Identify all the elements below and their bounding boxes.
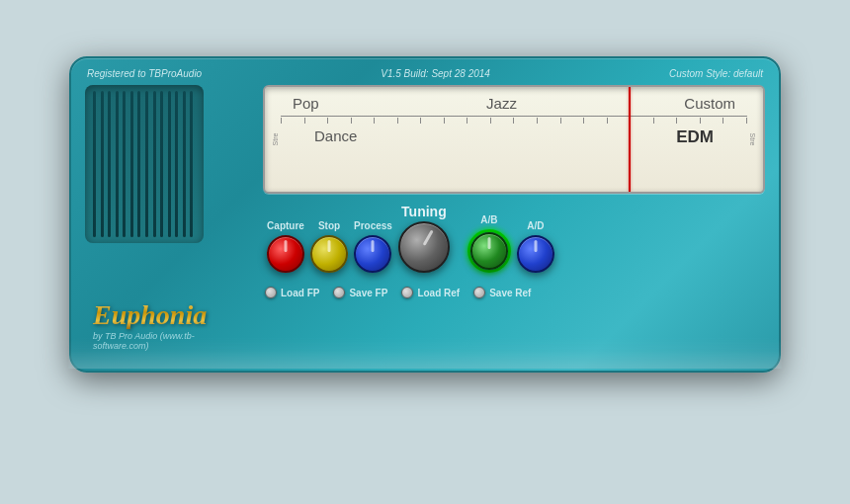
process-label: Process: [354, 220, 392, 231]
tuning-group: Tuning: [398, 204, 450, 273]
process-knob[interactable]: [354, 235, 391, 273]
controls-area: Capture Stop Process Tu: [263, 202, 765, 275]
tuning-title: Tuning: [401, 204, 447, 219]
meter-label-custom: Custom: [684, 95, 735, 112]
save-fp-led: [333, 287, 345, 298]
speaker-bar: [183, 91, 186, 237]
right-section: Stre Stre Pop Jazz Custom: [263, 85, 765, 361]
left-section: Euphonia by TB Pro Audio (www.tb-softwar…: [85, 85, 253, 361]
plugin-body: Registered to TBProAudio V1.5 Build: Sep…: [69, 56, 781, 373]
meter-needle: [629, 87, 631, 192]
meter-label-dance: Dance: [314, 127, 357, 147]
top-bar: Registered to TBProAudio V1.5 Build: Sep…: [85, 68, 765, 79]
stop-knob[interactable]: [310, 235, 348, 273]
main-area: Euphonia by TB Pro Audio (www.tb-softwar…: [85, 85, 765, 361]
load-fp-label: Load FP: [281, 288, 319, 298]
plugin-logo: Euphonia: [93, 301, 246, 329]
process-group: Process: [354, 220, 392, 273]
speaker-bar: [145, 91, 148, 237]
speaker-bar: [168, 91, 171, 237]
meter-label-jazz: Jazz: [486, 95, 517, 112]
capture-knob[interactable]: [267, 235, 304, 273]
meter-display: Stre Stre Pop Jazz Custom: [263, 85, 765, 194]
load-ref-led: [401, 287, 413, 298]
ad-group: A/D: [517, 220, 554, 273]
tuning-knob[interactable]: [398, 221, 450, 273]
save-ref-label: Save Ref: [489, 288, 531, 298]
save-fp-label: Save FP: [349, 288, 387, 298]
speaker-bar: [101, 91, 104, 237]
plugin-reflection: [69, 337, 781, 369]
stop-group: Stop: [310, 220, 348, 273]
save-ref-button[interactable]: Save Ref: [473, 287, 531, 298]
capture-label: Capture: [267, 220, 304, 231]
speaker-bar: [93, 91, 96, 237]
load-ref-button[interactable]: Load Ref: [401, 287, 460, 298]
plugin-wrapper: Registered to TBProAudio V1.5 Build: Sep…: [69, 56, 781, 448]
speaker-bar: [153, 91, 156, 237]
speaker-bar: [160, 91, 163, 237]
speaker-bar: [175, 91, 178, 237]
load-ref-label: Load Ref: [417, 288, 460, 298]
speaker-bar: [137, 91, 140, 237]
save-ref-led: [473, 287, 485, 298]
speaker-bar: [130, 91, 133, 237]
ad-label: A/D: [527, 220, 544, 231]
load-fp-led: [265, 287, 277, 298]
bottom-row: Load FP Save FP Load Ref Save Ref: [263, 283, 765, 298]
speaker-bar: [190, 91, 193, 237]
side-label-left: Stre: [272, 133, 279, 146]
load-fp-button[interactable]: Load FP: [265, 287, 319, 298]
custom-style-text: Custom Style: default: [669, 68, 763, 79]
stop-label: Stop: [318, 220, 340, 231]
speaker-bar: [108, 91, 111, 237]
side-label-right: Stre: [749, 133, 756, 146]
ab-group: A/B: [468, 214, 511, 273]
capture-group: Capture: [267, 220, 304, 273]
ab-label: A/B: [480, 214, 497, 225]
meter-label-pop: Pop: [293, 95, 319, 112]
speaker-grille: [85, 85, 204, 243]
speaker-bar: [116, 91, 119, 237]
ad-knob[interactable]: [517, 235, 554, 273]
ab-knob[interactable]: [470, 232, 508, 270]
ab-knob-wrapper: [468, 229, 511, 273]
registered-text: Registered to TBProAudio: [87, 68, 202, 79]
save-fp-button[interactable]: Save FP: [333, 287, 387, 298]
speaker-bar: [123, 91, 126, 237]
meter-label-edm: EDM: [676, 127, 714, 147]
version-text: V1.5 Build: Sept 28 2014: [381, 68, 490, 79]
